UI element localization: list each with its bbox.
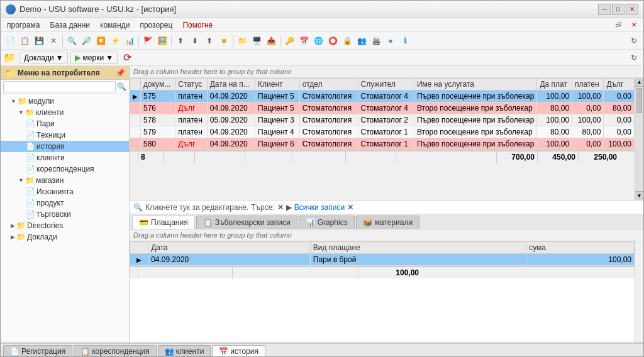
tb-new[interactable]: 📄 (3, 34, 17, 48)
tab-materiali[interactable]: 📦 материали (356, 216, 419, 229)
th-sluzhitel[interactable]: Служител (358, 79, 414, 91)
sidebar-pin[interactable]: 📌 (116, 69, 125, 77)
tb-users[interactable]: 👥 (355, 34, 369, 48)
tb-folder[interactable]: 📁 (235, 34, 249, 48)
menu-komandi[interactable]: команди (96, 19, 133, 31)
toolbar2-help[interactable]: ↻ (627, 51, 641, 65)
tb-globe[interactable]: 🌐 (311, 34, 325, 48)
sub-th-type[interactable]: Вид плащане (310, 242, 526, 254)
doc-icon-iskaniyata: 📄 (26, 187, 35, 196)
th-status[interactable]: Статус (175, 79, 207, 91)
th-daplat[interactable]: Да плат (537, 79, 572, 91)
sub-th-date[interactable]: Дата (148, 242, 311, 254)
tb-report[interactable]: 📊 (123, 34, 136, 48)
close-button[interactable]: ✕ (626, 4, 638, 15)
tb-key[interactable]: 🔑 (282, 34, 296, 48)
sidebar-label-produkt: продукт (36, 199, 64, 207)
sidebar-item-moduli[interactable]: ▼ 📁 модули (1, 96, 129, 107)
tb-delete[interactable]: ✕ (47, 34, 60, 48)
filter-all-records[interactable]: Всички записи (294, 203, 345, 212)
sidebar-item-dokladi[interactable]: ▶ 📁 Доклади (1, 231, 129, 243)
sidebar-item-istoriya[interactable]: 📄 история (1, 141, 129, 152)
tb-print[interactable]: 🖨️ (369, 34, 383, 48)
tb-flag[interactable]: 🚩 (141, 34, 155, 48)
scrollbar-thumb[interactable] (636, 88, 642, 113)
merki-dropdown[interactable]: ▶ мерки ▼ (70, 52, 118, 64)
menu-pomogne[interactable]: Помогне (179, 19, 216, 31)
tb-down[interactable]: ⬇ (188, 34, 202, 48)
tb-search[interactable]: 🔍 (65, 34, 79, 48)
bottom-tab-korespondencia-icon: 📋 (80, 347, 90, 356)
tb-lock[interactable]: 🔒 (340, 34, 354, 48)
sidebar-item-iskaniyata[interactable]: 📄 Исканията (1, 186, 129, 197)
sidebar-item-directories[interactable]: ▶ 📁 Directories (1, 220, 129, 231)
sub-table-row[interactable]: ▶ 04.09.2020 Пари в брой 100,00 (130, 254, 635, 266)
bottom-tab-klienti[interactable]: 👥 клиенти (158, 345, 211, 358)
table-row[interactable]: ▶ 575 платен 04.09.2020 Пациент 5 Стомат… (130, 91, 635, 102)
tb-info[interactable]: ℹ (398, 34, 412, 48)
sidebar-item-magazin[interactable]: ▼ 📁 магазин (1, 175, 129, 186)
tb-image[interactable]: 🖼️ (155, 34, 169, 48)
tb-sort[interactable]: ⚡ (108, 34, 122, 48)
sidebar-item-pari[interactable]: 📄 Пари (1, 118, 129, 129)
main-scrollbar-v[interactable]: ▲ ▼ (635, 78, 643, 200)
tb-filter[interactable]: 🔽 (94, 34, 108, 48)
minimize-button[interactable]: ─ (598, 4, 611, 15)
tb-up2[interactable]: ⬆ (203, 34, 216, 48)
table-row[interactable]: 578 платен 05.09.2020 Пациент 3 Стоматол… (130, 114, 635, 126)
tb-circle[interactable]: ⭕ (326, 34, 340, 48)
th-platen[interactable]: платен (572, 79, 604, 91)
sidebar-item-klienti-folder[interactable]: ▼ 📁 клиенти (1, 107, 129, 118)
tb-screen[interactable]: 🖥️ (250, 34, 264, 48)
menu-baza-danni[interactable]: База данни (47, 19, 94, 31)
sidebar-item-korespondencia[interactable]: 📄 кореспонденция (1, 163, 129, 175)
scrollbar-up-btn[interactable]: ▲ (635, 78, 643, 87)
filter-x2[interactable]: ✕ (347, 203, 353, 212)
sub-th-suma[interactable]: сума (526, 242, 635, 254)
filter-x1[interactable]: ✕ (277, 203, 284, 212)
sidebar-item-produkt[interactable]: 📄 продукт (1, 197, 129, 209)
main-table-footer: 8 700,00 450,00 250,00 (130, 150, 635, 163)
th-otdel[interactable]: отдел (299, 79, 358, 91)
bottom-tab-registraciya[interactable]: 📄 Регистрация (3, 345, 72, 358)
th-dokum[interactable]: докум... (141, 79, 175, 91)
tb-cal[interactable]: 📅 (297, 34, 311, 48)
menu-prozorec[interactable]: прозорец (136, 19, 176, 31)
sidebar-search-input[interactable] (3, 81, 116, 92)
tb-export[interactable]: 📤 (264, 34, 278, 48)
sidebar-item-tehnici[interactable]: 📄 Техници (1, 129, 129, 141)
sidebar-item-targovksi[interactable]: 📄 търговски (1, 209, 129, 220)
restore-button[interactable]: □ (612, 4, 625, 15)
tb-yellow[interactable]: ■ (217, 34, 231, 48)
tb-up[interactable]: ⬆ (174, 34, 187, 48)
tab-plaschaniya[interactable]: 💳 Плащания (132, 216, 195, 229)
sidebar-item-klienti-leaf[interactable]: 📄 клиенти (1, 152, 129, 163)
cell-service: Първо посещение при зъболекар (414, 114, 536, 126)
tab-zubolekarski[interactable]: 📋 Зъболекарски записи (196, 216, 297, 229)
th-klient[interactable]: Клиент (255, 79, 300, 91)
menu-close-btn[interactable]: ✕ (627, 18, 641, 32)
menu-restore-btn[interactable]: 🗗 (612, 18, 626, 32)
tb-find[interactable]: 🔎 (79, 34, 93, 48)
scrollbar-track[interactable] (635, 87, 643, 191)
bottom-tab-istoriya[interactable]: 📅 история (212, 345, 265, 358)
sub-scrollbar-v[interactable] (635, 241, 643, 343)
bottom-tab-korespondencia[interactable]: 📋 кореспонденция (74, 345, 157, 358)
table-row[interactable]: 580 Дълг 04.09.2020 Пациент 6 Стоматолог… (130, 138, 635, 150)
toolbar2-refresh[interactable]: ⟳ (120, 51, 134, 65)
tb-save[interactable]: 💾 (32, 34, 46, 48)
search-icon[interactable]: 🔍 (117, 82, 126, 91)
th-ime[interactable]: Име на услугата (414, 79, 536, 91)
menu-programa[interactable]: програма (3, 19, 44, 31)
th-data[interactable]: Дата на п... (207, 79, 255, 91)
filter-click-text[interactable]: 🔍 (133, 203, 143, 212)
tab-graphics[interactable]: 📊 Graphics (299, 216, 355, 229)
tb-copy[interactable]: 📋 (18, 34, 31, 48)
dokladi-dropdown[interactable]: Доклади ▼ (19, 52, 68, 64)
table-row[interactable]: 576 Дълг 04.09.2020 Пациент 5 Стоматолог… (130, 102, 635, 114)
th-dulg[interactable]: Дълг (604, 79, 635, 91)
scrollbar-down-btn[interactable]: ▼ (635, 191, 643, 200)
tb-refresh[interactable]: ↻ (627, 34, 641, 48)
table-row[interactable]: 579 платен 04.09.2020 Пациент 4 Стоматол… (130, 126, 635, 138)
tb-blue[interactable]: ● (384, 34, 397, 48)
